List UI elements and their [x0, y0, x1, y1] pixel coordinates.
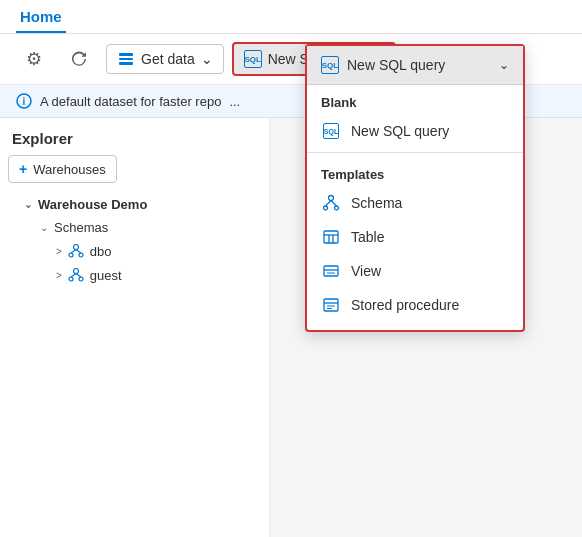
svg-rect-24: [324, 266, 338, 276]
info-icon: i: [16, 93, 32, 109]
svg-rect-28: [324, 299, 338, 311]
svg-point-5: [73, 245, 78, 250]
svg-rect-20: [324, 231, 338, 243]
home-tab[interactable]: Home: [16, 0, 66, 33]
info-ellipsis: ...: [229, 94, 240, 109]
svg-point-12: [79, 277, 83, 281]
svg-line-14: [76, 274, 81, 278]
warehouse-demo-label: Warehouse Demo: [38, 197, 147, 212]
new-sql-dropdown: SQL New SQL query ⌄ Blank SQL New SQL qu…: [305, 44, 525, 332]
schemas-item[interactable]: ⌄ Schemas: [8, 216, 261, 239]
get-data-label: Get data: [141, 51, 195, 67]
gear-button[interactable]: ⚙: [16, 42, 52, 76]
schemas-label: Schemas: [54, 220, 108, 235]
view-template-icon: [321, 261, 341, 281]
template-table-item[interactable]: Table: [307, 220, 523, 254]
blank-new-sql-item[interactable]: SQL New SQL query: [307, 114, 523, 148]
schemas-chevron-icon: ⌄: [40, 222, 48, 233]
svg-rect-1: [119, 58, 133, 60]
guest-label: guest: [90, 268, 122, 283]
svg-line-19: [331, 201, 337, 207]
dropdown-divider: [307, 152, 523, 153]
dbo-chevron-icon: >: [56, 246, 62, 257]
svg-line-8: [71, 250, 76, 254]
svg-line-13: [71, 274, 76, 278]
svg-rect-2: [119, 62, 133, 65]
warehouse-demo-chevron-icon: ⌄: [24, 199, 32, 210]
svg-point-15: [329, 196, 334, 201]
guest-schema-icon: [68, 267, 84, 283]
svg-point-17: [335, 206, 339, 210]
svg-point-16: [324, 206, 328, 210]
svg-rect-0: [119, 53, 133, 56]
warehouse-demo-item[interactable]: ⌄ Warehouse Demo: [8, 193, 261, 216]
template-view-item[interactable]: View: [307, 254, 523, 288]
get-data-button[interactable]: Get data ⌄: [106, 44, 224, 74]
explorer-title: Explorer: [8, 130, 261, 155]
stored-procedure-template-icon: [321, 295, 341, 315]
add-warehouses-button[interactable]: + Warehouses: [8, 155, 117, 183]
blank-new-sql-label: New SQL query: [351, 123, 449, 139]
svg-point-6: [69, 253, 73, 257]
blank-sql-icon: SQL: [321, 121, 341, 141]
plus-icon: +: [19, 161, 27, 177]
svg-point-7: [79, 253, 83, 257]
guest-chevron-icon: >: [56, 270, 62, 281]
get-data-chevron-icon: ⌄: [201, 51, 213, 67]
schema-template-icon: [321, 193, 341, 213]
gear-icon: ⚙: [26, 48, 42, 70]
dbo-label: dbo: [90, 244, 112, 259]
table-template-icon: [321, 227, 341, 247]
get-data-icon: [117, 50, 135, 68]
dropdown-sql-icon: SQL: [321, 56, 339, 74]
refresh-button[interactable]: [60, 44, 98, 74]
guest-item[interactable]: > guest: [8, 263, 261, 287]
svg-text:i: i: [23, 96, 26, 107]
dropdown-header-label: New SQL query: [347, 57, 445, 73]
template-table-label: Table: [351, 229, 384, 245]
sql-icon: SQL: [244, 50, 262, 68]
svg-point-10: [73, 269, 78, 274]
header: Home: [0, 0, 582, 34]
dbo-item[interactable]: > dbo: [8, 239, 261, 263]
template-view-label: View: [351, 263, 381, 279]
template-schema-item[interactable]: Schema: [307, 186, 523, 220]
template-stored-procedure-item[interactable]: Stored procedure: [307, 288, 523, 322]
template-stored-procedure-label: Stored procedure: [351, 297, 459, 313]
svg-point-11: [69, 277, 73, 281]
dropdown-header-chevron-icon: ⌄: [499, 58, 509, 72]
blank-section-label: Blank: [307, 85, 523, 114]
refresh-icon: [70, 50, 88, 68]
sidebar: Explorer + Warehouses ⌄ Warehouse Demo ⌄…: [0, 118, 270, 537]
dbo-schema-icon: [68, 243, 84, 259]
info-text: A default dataset for faster repo: [40, 94, 221, 109]
template-schema-label: Schema: [351, 195, 402, 211]
svg-line-9: [76, 250, 81, 254]
dropdown-header: SQL New SQL query ⌄: [307, 46, 523, 85]
svg-line-18: [326, 201, 332, 207]
templates-section-label: Templates: [307, 157, 523, 186]
add-warehouses-label: Warehouses: [33, 162, 106, 177]
